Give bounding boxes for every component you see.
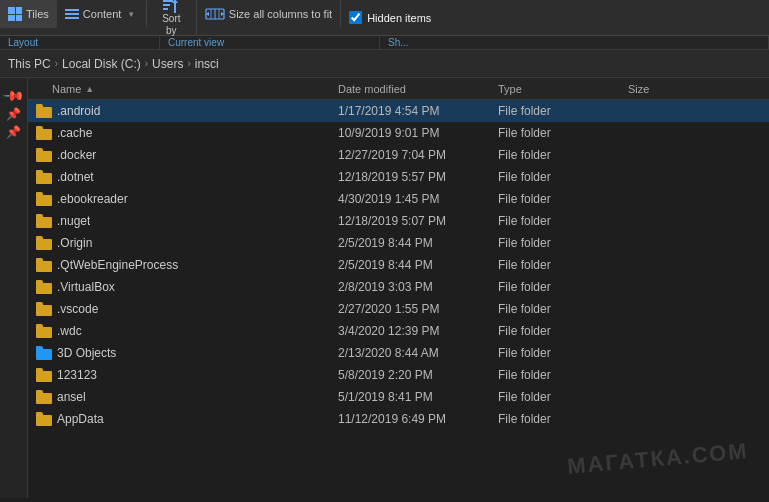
file-name: .ebookreader [57, 192, 128, 206]
folder-icon [36, 236, 52, 250]
file-type: File folder [498, 236, 628, 250]
table-row[interactable]: .vscode 2/27/2020 1:55 PM File folder [28, 298, 769, 320]
hidden-items-checkbox[interactable] [349, 11, 362, 24]
file-type: File folder [498, 148, 628, 162]
table-row[interactable]: .QtWebEngineProcess 2/5/2019 8:44 PM Fil… [28, 254, 769, 276]
table-row[interactable]: AppData 11/12/2019 6:49 PM File folder [28, 408, 769, 430]
table-row[interactable]: .docker 12/27/2019 7:04 PM File folder [28, 144, 769, 166]
file-name: .cache [57, 126, 92, 140]
folder-icon [36, 148, 52, 162]
pin-icon-1[interactable]: 📌 [3, 84, 25, 106]
file-name-cell: .docker [28, 148, 338, 162]
file-date: 2/5/2019 8:44 PM [338, 258, 498, 272]
pin-icon-2[interactable]: 📌 [6, 108, 21, 120]
file-date: 2/5/2019 8:44 PM [338, 236, 498, 250]
file-date: 1/17/2019 4:54 PM [338, 104, 498, 118]
breadcrumb-users[interactable]: Users [152, 57, 183, 71]
sort-by-button[interactable]: Sort by [147, 0, 197, 35]
show-section-label: Sh... [380, 36, 769, 49]
content-button[interactable]: Content ▼ [57, 0, 147, 28]
size-all-columns-button[interactable]: Size all columns to fit [197, 0, 341, 28]
file-date: 12/27/2019 7:04 PM [338, 148, 498, 162]
file-name-cell: 123123 [28, 368, 338, 382]
file-name-cell: 3D Objects [28, 346, 338, 360]
file-name: ansel [57, 390, 86, 404]
breadcrumb-sep-1: › [55, 58, 58, 69]
table-row[interactable]: .ebookreader 4/30/2019 1:45 PM File fold… [28, 188, 769, 210]
folder-icon [36, 258, 52, 272]
breadcrumb: This PC › Local Disk (C:) › Users › insc… [0, 50, 769, 78]
file-type: File folder [498, 390, 628, 404]
svg-rect-0 [163, 0, 173, 2]
file-name: .android [57, 104, 100, 118]
file-name: .dotnet [57, 170, 94, 184]
file-date: 12/18/2019 5:57 PM [338, 170, 498, 184]
table-row[interactable]: .dotnet 12/18/2019 5:57 PM File folder [28, 166, 769, 188]
table-row[interactable]: .nuget 12/18/2019 5:07 PM File folder [28, 210, 769, 232]
sort-indicator: ▲ [85, 84, 94, 94]
folder-icon [36, 192, 52, 206]
svg-rect-2 [163, 8, 168, 10]
folder-icon [36, 126, 52, 140]
pin-icon-3[interactable]: 📌 [6, 126, 21, 138]
column-header-size[interactable]: Size [628, 83, 708, 95]
folder-icon [36, 214, 52, 228]
breadcrumb-local-disk[interactable]: Local Disk (C:) [62, 57, 141, 71]
layout-section-label: Layout [0, 36, 160, 49]
tiles-button[interactable]: Tiles [0, 0, 57, 28]
folder-icon [36, 368, 52, 382]
file-name: .Origin [57, 236, 92, 250]
file-type: File folder [498, 170, 628, 184]
file-date: 10/9/2019 9:01 PM [338, 126, 498, 140]
file-type: File folder [498, 104, 628, 118]
folder-icon [36, 390, 52, 404]
file-name-cell: .VirtualBox [28, 280, 338, 294]
column-header-name[interactable]: Name ▲ [28, 83, 338, 95]
file-name: .nuget [57, 214, 90, 228]
file-name-cell: .wdc [28, 324, 338, 338]
file-type: File folder [498, 368, 628, 382]
file-type: File folder [498, 126, 628, 140]
column-header-type[interactable]: Type [498, 83, 628, 95]
file-date: 2/13/2020 8:44 AM [338, 346, 498, 360]
breadcrumb-insci[interactable]: insci [195, 57, 219, 71]
table-row[interactable]: .VirtualBox 2/8/2019 3:03 PM File folder [28, 276, 769, 298]
file-name: .VirtualBox [57, 280, 115, 294]
table-row[interactable]: .wdc 3/4/2020 12:39 PM File folder [28, 320, 769, 342]
folder-icon [36, 324, 52, 338]
sort-icon [163, 0, 179, 13]
table-row[interactable]: .cache 10/9/2019 9:01 PM File folder [28, 122, 769, 144]
breadcrumb-this-pc[interactable]: This PC [8, 57, 51, 71]
file-date: 2/27/2020 1:55 PM [338, 302, 498, 316]
file-type: File folder [498, 324, 628, 338]
hidden-items-toggle[interactable]: Hidden items [341, 0, 439, 35]
file-date: 12/18/2019 5:07 PM [338, 214, 498, 228]
file-type: File folder [498, 258, 628, 272]
file-type: File folder [498, 280, 628, 294]
file-name: 3D Objects [57, 346, 116, 360]
ribbon-section-labels: Layout Current view Sh... [0, 36, 769, 50]
table-row[interactable]: 123123 5/8/2019 2:20 PM File folder [28, 364, 769, 386]
file-name-cell: .dotnet [28, 170, 338, 184]
file-type: File folder [498, 192, 628, 206]
file-name: .docker [57, 148, 96, 162]
folder-icon [36, 280, 52, 294]
table-row[interactable]: ansel 5/1/2019 8:41 PM File folder [28, 386, 769, 408]
table-row[interactable]: 3D Objects 2/13/2020 8:44 AM File folder [28, 342, 769, 364]
file-date: 2/8/2019 3:03 PM [338, 280, 498, 294]
folder-icon [36, 170, 52, 184]
table-row[interactable]: .android 1/17/2019 4:54 PM File folder [28, 100, 769, 122]
file-name: .vscode [57, 302, 98, 316]
column-header-date[interactable]: Date modified [338, 83, 498, 95]
file-name-cell: .nuget [28, 214, 338, 228]
file-name-cell: .ebookreader [28, 192, 338, 206]
ribbon: Tiles Content ▼ Sort by [0, 0, 769, 36]
hidden-items-label[interactable]: Hidden items [367, 12, 431, 24]
sort-by-label: Sort by [162, 13, 180, 37]
svg-rect-1 [163, 4, 170, 6]
current-view-section-label: Current view [160, 36, 380, 49]
breadcrumb-sep-3: › [187, 58, 190, 69]
file-name-cell: .vscode [28, 302, 338, 316]
table-row[interactable]: .Origin 2/5/2019 8:44 PM File folder [28, 232, 769, 254]
content-dropdown-arrow: ▼ [127, 10, 135, 19]
